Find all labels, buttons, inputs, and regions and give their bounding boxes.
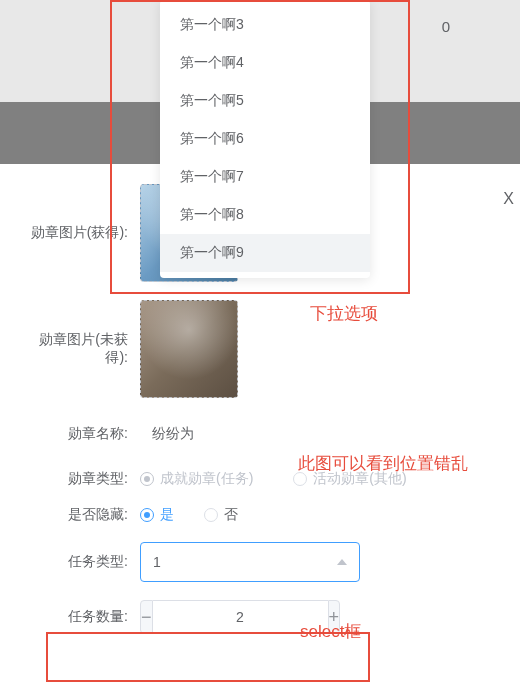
label-task-count: 任务数量: [20,608,140,626]
radio-label: 成就勋章(任务) [160,470,253,488]
row-task-count: 任务数量: − + [20,600,490,634]
chevron-up-icon [337,559,347,565]
radio-circle-icon [293,472,307,486]
dropdown-panel: 第一个啊3 第一个啊4 第一个啊5 第一个啊6 第一个啊7 第一个啊8 第一个啊… [160,0,370,278]
label-image-unobtained: 勋章图片(未获得): [20,331,140,367]
label-name: 勋章名称: [20,425,140,443]
select-value: 1 [153,554,161,570]
dropdown-item[interactable]: 第一个啊7 [160,158,370,196]
label-image-obtained: 勋章图片(获得): [20,224,140,242]
row-image-unobtained: 勋章图片(未获得): [20,300,490,398]
dropdown-item[interactable]: 第一个啊3 [160,6,370,44]
radio-label: 是 [160,506,174,524]
header-count: 0 [442,18,450,102]
row-hidden: 是否隐藏: 是 否 [20,506,490,524]
radio-type-achievement[interactable]: 成就勋章(任务) [140,470,253,488]
row-name: 勋章名称: [20,416,490,452]
dropdown-item[interactable]: 第一个啊8 [160,196,370,234]
row-task-type: 任务类型: 1 [20,542,490,582]
label-hidden: 是否隐藏: [20,506,140,524]
label-type: 勋章类型: [20,470,140,488]
label-task-type: 任务类型: [20,553,140,571]
radio-circle-icon [140,472,154,486]
radio-label: 活动勋章(其他) [313,470,406,488]
radio-circle-icon [140,508,154,522]
dropdown-item[interactable]: 第一个啊4 [160,44,370,82]
dropdown-item[interactable]: 第一个啊5 [160,82,370,120]
name-input[interactable] [140,416,360,452]
radio-hidden-yes[interactable]: 是 [140,506,174,524]
image-unobtained-upload[interactable] [140,300,238,398]
radio-type-activity[interactable]: 活动勋章(其他) [293,470,406,488]
radio-label: 否 [224,506,238,524]
dropdown-item[interactable]: 第一个啊9 [160,234,370,272]
stepper-increase-button[interactable]: + [328,600,341,634]
task-type-select[interactable]: 1 [140,542,360,582]
task-count-input[interactable] [153,600,328,634]
task-count-stepper: − + [140,600,290,634]
dropdown-item[interactable]: 第一个啊6 [160,120,370,158]
type-radio-group: 成就勋章(任务) 活动勋章(其他) [140,470,407,488]
hidden-radio-group: 是 否 [140,506,238,524]
stepper-decrease-button[interactable]: − [140,600,153,634]
row-type: 勋章类型: 成就勋章(任务) 活动勋章(其他) [20,470,490,488]
radio-hidden-no[interactable]: 否 [204,506,238,524]
radio-circle-icon [204,508,218,522]
